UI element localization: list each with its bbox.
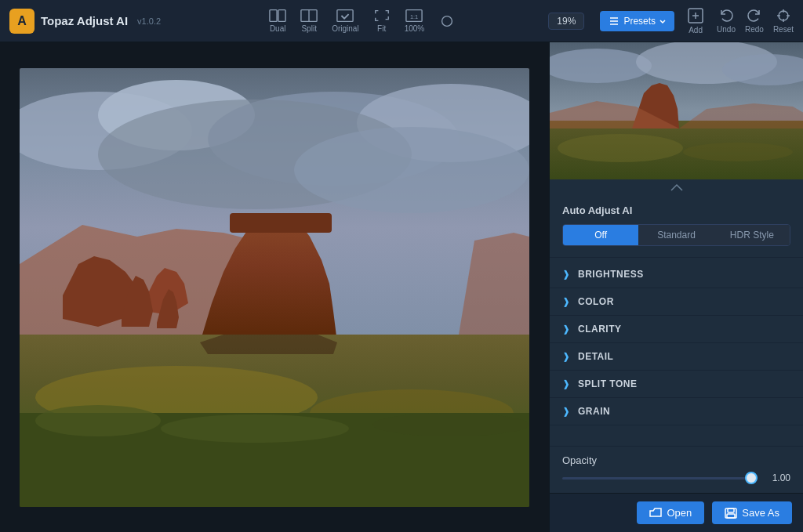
image-canvas [20,68,529,507]
adjustment-item-split-tone[interactable]: ❱ SPLIT TONE [550,371,803,398]
svg-point-15 [294,127,529,213]
dual-label: Dual [270,24,286,33]
main-content: Auto Adjust AI Off Standard HDR Style ❱ … [0,42,803,532]
opacity-label: Opacity [562,454,790,466]
undo-button[interactable]: Undo [717,8,736,34]
circle-tool-button[interactable] [438,14,456,28]
adjustment-item-detail[interactable]: ❱ DETAIL [550,343,803,371]
opacity-thumb [745,472,758,484]
add-label: Add [689,26,703,34]
reset-button[interactable]: Reset [773,8,794,34]
split-view-button[interactable]: Split [300,9,318,33]
dual-view-button[interactable]: Dual [269,9,286,33]
svg-point-41 [683,143,793,161]
auto-adjust-standard-button[interactable]: Standard [638,225,714,245]
adjustment-label: DETAIL [578,351,613,362]
svg-point-40 [558,134,683,162]
logo-area: A Topaz Adjust AI v1.0.2 [9,9,161,34]
split-label: Split [301,24,316,33]
svg-point-28 [35,405,161,436]
svg-point-30 [372,413,529,436]
zoom-100-label: 100% [405,24,425,33]
add-button[interactable]: Add [687,7,704,34]
panel-collapse-button[interactable] [550,179,803,197]
auto-adjust-toggle-group: Off Standard HDR Style [562,224,790,246]
redo-label: Redo [745,25,764,34]
app-version: v1.0.2 [137,16,161,26]
chevron-icon: ❱ [562,351,570,362]
bottom-bar: Open Save As [550,493,803,532]
svg-rect-0 [270,10,277,22]
adjustment-label: GRAIN [578,406,610,417]
thumbnail-svg [550,42,803,179]
svg-rect-44 [727,514,735,518]
saveas-button[interactable]: Save As [712,501,792,524]
fit-label: Fit [377,24,386,33]
header-right: Presets Add Undo [600,7,794,34]
adjustments-list: ❱ BRIGHTNESS ❱ COLOR ❱ CLARITY ❱ DETAIL … [550,258,803,446]
chevron-icon: ❱ [562,378,570,389]
reset-label: Reset [773,25,794,34]
redo-button[interactable]: Redo [745,8,764,34]
landscape-svg [20,68,529,507]
header: A Topaz Adjust AI v1.0.2 Dual Split Orig… [0,0,803,42]
image-area [0,42,549,532]
adjustment-label: CLARITY [578,324,622,335]
auto-adjust-hdr-button[interactable]: HDR Style [714,225,790,245]
adjustment-item-grain[interactable]: ❱ GRAIN [550,398,803,425]
adjustment-label: BRIGHTNESS [578,269,644,280]
svg-rect-1 [278,10,285,22]
opacity-slider[interactable] [562,477,758,480]
opacity-section: Opacity 1.00 [550,446,803,493]
zoom-display: 19% [548,13,584,30]
svg-rect-21 [230,213,332,233]
original-view-button[interactable]: Original [332,9,358,33]
open-button[interactable]: Open [637,501,704,524]
preview-thumbnail [550,42,803,179]
open-label: Open [667,507,692,519]
presets-label: Presets [623,16,656,27]
toolbar-center: Dual Split Original Fit 1:1 [176,9,548,33]
adjustment-label: SPLIT TONE [578,378,637,389]
auto-adjust-section: Auto Adjust AI Off Standard HDR Style [550,197,803,258]
right-panel: Auto Adjust AI Off Standard HDR Style ❱ … [549,42,803,532]
undo-label: Undo [717,25,736,34]
app-logo-icon: A [9,9,35,34]
adjustment-item-clarity[interactable]: ❱ CLARITY [550,316,803,343]
opacity-value: 1.00 [765,472,790,483]
chevron-icon: ❱ [562,406,570,417]
auto-adjust-label: Auto Adjust AI [562,204,790,216]
opacity-row: 1.00 [562,472,790,483]
original-label: Original [332,24,358,33]
adjustment-item-brightness[interactable]: ❱ BRIGHTNESS [550,261,803,288]
presets-button[interactable]: Presets [600,11,674,31]
history-buttons: Undo Redo Reset [717,8,794,34]
svg-point-29 [161,414,349,443]
chevron-icon: ❱ [562,324,570,335]
zoom-100-button[interactable]: 1:1 100% [405,9,425,33]
svg-point-7 [442,16,452,26]
auto-adjust-off-button[interactable]: Off [563,225,638,245]
svg-marker-31 [200,335,337,354]
chevron-icon: ❱ [562,296,570,307]
svg-rect-4 [337,10,353,22]
fit-view-button[interactable]: Fit [373,9,391,33]
svg-rect-43 [728,508,734,512]
app-title: Topaz Adjust AI [41,14,128,27]
adjustment-item-color[interactable]: ❱ COLOR [550,288,803,316]
svg-text:1:1: 1:1 [410,13,418,20]
adjustment-label: COLOR [578,296,614,307]
saveas-label: Save As [742,507,779,519]
chevron-icon: ❱ [562,269,570,280]
